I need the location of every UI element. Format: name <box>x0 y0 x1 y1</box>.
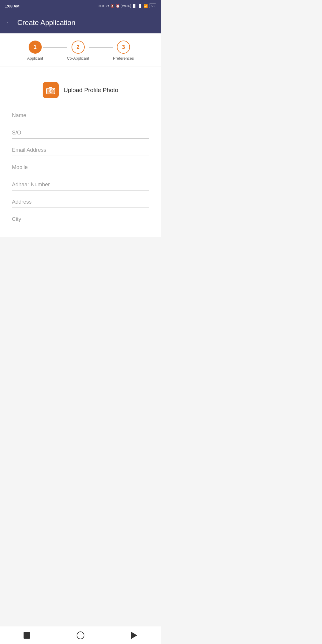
upload-photo-label: Upload Profile Photo <box>64 87 118 94</box>
so-field-group <box>12 124 149 139</box>
step-2-circle: 2 <box>72 41 85 54</box>
step-2: 2 Co-Applicant <box>67 41 89 61</box>
battery-icon: 58 <box>149 4 156 8</box>
camera-icon <box>46 86 55 94</box>
svg-rect-3 <box>49 87 52 89</box>
step-1-label: Applicant <box>27 56 43 61</box>
name-input[interactable] <box>12 107 149 121</box>
svg-point-2 <box>50 90 51 92</box>
address-field-group <box>12 193 149 208</box>
wifi-icon: 📶 <box>144 4 148 8</box>
step-1-circle: 1 <box>29 41 42 54</box>
email-input[interactable] <box>12 142 149 156</box>
adhaar-field-group <box>12 176 149 191</box>
status-bar: 1:08 AM 0.0KB/s 🔇 ⏰ VoLTE ▐▌ ▐▌ 📶 58 <box>0 0 161 12</box>
header: ← Create Application <box>0 12 161 33</box>
connector-2-3 <box>89 47 113 48</box>
mute-icon: 🔇 <box>110 4 114 8</box>
status-time: 1:08 AM <box>5 4 19 8</box>
stepper: 1 Applicant 2 Co-Applicant 3 Preferences <box>0 33 161 66</box>
address-input[interactable] <box>12 193 149 208</box>
city-input[interactable] <box>12 211 149 225</box>
signal-icon-1: ▐▌ <box>132 4 137 8</box>
adhaar-input[interactable] <box>12 176 149 191</box>
back-button[interactable]: ← <box>6 19 13 27</box>
name-field-group <box>12 107 149 121</box>
step-3-label: Preferences <box>113 56 134 61</box>
volte-icon: VoLTE <box>121 4 131 8</box>
svg-rect-4 <box>53 89 54 90</box>
email-field-group <box>12 142 149 156</box>
main-content: Upload Profile Photo <box>0 67 161 237</box>
signal-icon-2: ▐▌ <box>138 4 143 8</box>
upload-photo-button[interactable]: Upload Profile Photo <box>12 76 149 107</box>
mobile-field-group <box>12 159 149 173</box>
so-input[interactable] <box>12 124 149 139</box>
status-icons: 0.0KB/s 🔇 ⏰ VoLTE ▐▌ ▐▌ 📶 58 <box>98 4 156 8</box>
network-speed: 0.0KB/s <box>98 4 109 8</box>
page-title: Create Application <box>17 18 75 27</box>
step-2-label: Co-Applicant <box>67 56 89 61</box>
mobile-input[interactable] <box>12 159 149 173</box>
alarm-icon: ⏰ <box>116 4 120 8</box>
camera-icon-wrapper <box>43 82 59 98</box>
connector-1-2 <box>43 47 67 48</box>
step-3: 3 Preferences <box>113 41 134 61</box>
step-1: 1 Applicant <box>27 41 43 61</box>
step-3-circle: 3 <box>117 41 130 54</box>
city-field-group <box>12 211 149 225</box>
